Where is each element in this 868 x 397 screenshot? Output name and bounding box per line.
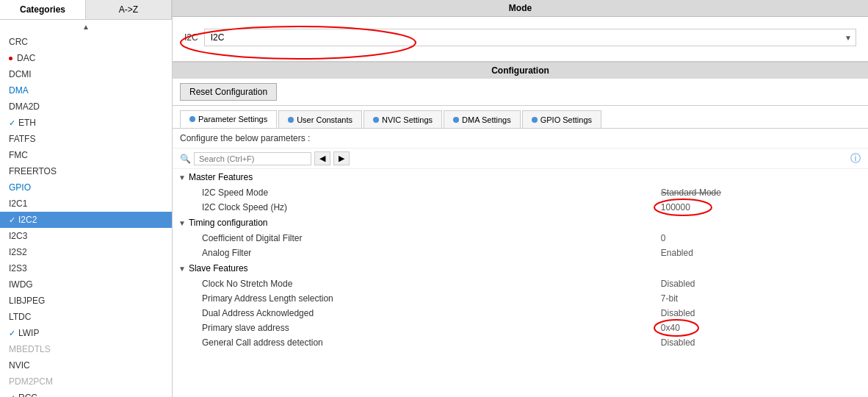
sidebar-item-label: I2S3 xyxy=(9,263,27,273)
section-title: Timing configuration xyxy=(189,218,268,228)
tab-label: GPIO Settings xyxy=(540,115,592,124)
param-value-cell: 100000 xyxy=(654,200,868,215)
param-section-timing-configuration[interactable]: ▼ Timing configuration xyxy=(173,215,868,231)
mode-header: Mode xyxy=(173,0,868,17)
sidebar-item-dac[interactable]: DAC xyxy=(0,50,172,66)
sidebar-item-label: IWDG xyxy=(9,279,33,290)
param-value: Enabled xyxy=(661,248,693,258)
mode-label-wrapper: I2C xyxy=(184,32,198,43)
sidebar-item-libjpeg[interactable]: LIBJPEG xyxy=(0,293,172,309)
sidebar-item-i2s3[interactable]: I2S3 xyxy=(0,260,172,276)
section-label: ▼ Master Features xyxy=(178,172,862,182)
check-icon: ✓ xyxy=(9,393,15,398)
param-value-cell: Disabled xyxy=(654,276,868,291)
config-tabs: Parameter SettingsUser ConstantsNVIC Set… xyxy=(173,106,868,129)
sidebar-item-label: ETH xyxy=(18,118,36,128)
sidebar-item-label: I2C2 xyxy=(18,215,37,225)
search-input[interactable] xyxy=(194,152,311,165)
table-row: Clock No Stretch Mode Disabled xyxy=(173,276,868,291)
tab-dot-icon xyxy=(373,117,379,123)
search-next-button[interactable]: ▶ xyxy=(333,151,350,165)
param-name: I2C Clock Speed (Hz) xyxy=(173,200,654,215)
param-name: Coefficient of Digital Filter xyxy=(173,231,654,246)
param-value: 0 xyxy=(661,233,666,243)
section-label: ▼ Slave Features xyxy=(178,263,862,273)
tab-gpio-settings[interactable]: GPIO Settings xyxy=(522,110,601,128)
section-toggle-icon: ▼ xyxy=(178,174,186,182)
sidebar-item-label: RCC xyxy=(18,393,37,397)
tab-dot-icon xyxy=(189,116,195,122)
tab-az[interactable]: A->Z xyxy=(86,0,172,19)
param-section-master-features[interactable]: ▼ Master Features xyxy=(173,169,868,185)
sidebar-item-lwip[interactable]: ✓LWIP xyxy=(0,325,172,341)
sidebar-item-crc[interactable]: CRC xyxy=(0,34,172,50)
sidebar-item-fatfs[interactable]: FATFS xyxy=(0,131,172,147)
sidebar-item-mbedtls[interactable]: MBEDTLS xyxy=(0,341,172,357)
sidebar-item-nvic[interactable]: NVIC xyxy=(0,357,172,373)
param-value-circled: 100000 xyxy=(661,202,690,212)
svg-point-1 xyxy=(654,199,712,215)
search-prev-button[interactable]: ◀ xyxy=(314,151,330,165)
sidebar-item-label: CRC xyxy=(9,37,28,47)
sidebar-item-i2c2[interactable]: ✓I2C2 xyxy=(0,212,172,228)
reset-config-button[interactable]: Reset Configuration xyxy=(180,83,277,101)
tab-label: NVIC Settings xyxy=(382,115,433,124)
sidebar-item-i2c1[interactable]: I2C1 xyxy=(0,196,172,212)
tab-parameter-settings[interactable]: Parameter Settings xyxy=(180,110,277,128)
section-label: ▼ Timing configuration xyxy=(178,218,862,228)
sidebar-item-dma2d[interactable]: DMA2D xyxy=(0,99,172,115)
mode-select[interactable]: I2C xyxy=(204,29,856,46)
param-value: 7-bit xyxy=(661,293,678,304)
sidebar-item-iwdg[interactable]: IWDG xyxy=(0,276,172,293)
param-name: Dual Address Acknowledged xyxy=(173,306,654,321)
sidebar-item-eth[interactable]: ✓ETH xyxy=(0,115,172,131)
param-name: General Call address detection xyxy=(173,335,654,350)
sidebar-item-rcc[interactable]: ✓RCC xyxy=(0,390,172,397)
sidebar-item-label: I2C1 xyxy=(9,198,27,209)
sidebar-item-pdm2pcm[interactable]: PDM2PCM xyxy=(0,373,172,390)
info-icon[interactable]: ⓘ xyxy=(850,152,861,165)
param-value-circled: 0x40 xyxy=(661,323,680,333)
tab-dma-settings[interactable]: DMA Settings xyxy=(444,110,521,128)
tab-categories[interactable]: Categories xyxy=(0,0,86,19)
mode-select-wrapper: I2C ▼ xyxy=(204,29,856,46)
check-icon: ✓ xyxy=(9,118,15,128)
sidebar-item-gpio[interactable]: GPIO xyxy=(0,179,172,196)
sidebar-item-fmc[interactable]: FMC xyxy=(0,147,172,163)
sidebar-item-dcmi[interactable]: DCMI xyxy=(0,66,172,82)
tab-label: DMA Settings xyxy=(462,115,511,124)
dot-icon xyxy=(9,57,12,60)
main-panel: Mode I2C I2C ▼ Configuration Reset Confi… xyxy=(173,0,868,397)
sidebar-item-i2s2[interactable]: I2S2 xyxy=(0,244,172,260)
sidebar-item-ltdc[interactable]: LTDC xyxy=(0,309,172,325)
tab-dot-icon xyxy=(532,117,538,123)
param-section-slave-features[interactable]: ▼ Slave Features xyxy=(173,260,868,276)
params-area: Configure the below parameters : 🔍 ◀ ▶ ⓘ… xyxy=(173,129,868,397)
sidebar-item-dma[interactable]: DMA xyxy=(0,82,172,99)
config-header: Configuration xyxy=(173,62,868,79)
sidebar-item-i2c3[interactable]: I2C3 xyxy=(0,228,172,244)
sidebar-item-freertos[interactable]: FREERTOS xyxy=(0,163,172,179)
tab-user-constants[interactable]: User Constants xyxy=(278,110,362,128)
section-title: Master Features xyxy=(189,172,253,182)
param-value-cell: Disabled xyxy=(654,335,868,350)
param-name: Clock No Stretch Mode xyxy=(173,276,654,291)
param-value-cell: 7-bit xyxy=(654,291,868,306)
param-value-cell: 0 xyxy=(654,231,868,246)
check-icon: ✓ xyxy=(9,329,15,338)
param-value: Disabled xyxy=(661,337,695,348)
mode-area: I2C I2C ▼ xyxy=(173,17,868,62)
section-toggle-icon: ▼ xyxy=(178,219,186,227)
mode-label: I2C xyxy=(184,32,198,43)
table-row: General Call address detection Disabled xyxy=(173,335,868,350)
sidebar-list: CRCDACDCMIDMADMA2D✓ETHFATFSFMCFREERTOSGP… xyxy=(0,34,172,397)
sidebar-scroll-up[interactable]: ▲ xyxy=(0,20,172,34)
tab-label: User Constants xyxy=(297,115,352,124)
configure-label: Configure the below parameters : xyxy=(173,129,868,149)
sidebar-item-label: DMA xyxy=(9,85,29,96)
sidebar-item-label: DAC xyxy=(17,53,35,63)
tab-nvic-settings[interactable]: NVIC Settings xyxy=(364,110,442,128)
section-toggle-icon: ▼ xyxy=(178,265,186,273)
param-value: Disabled xyxy=(661,279,695,289)
table-row: Coefficient of Digital Filter 0 xyxy=(173,231,868,246)
